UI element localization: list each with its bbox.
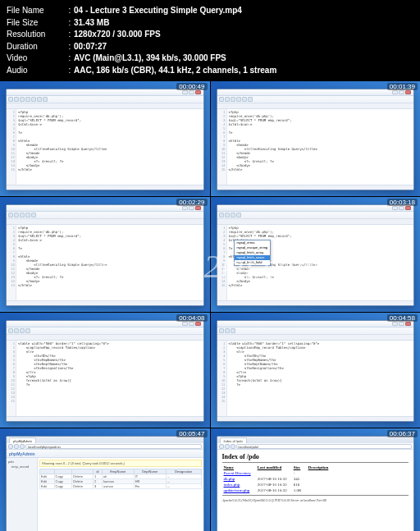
editor-toolbar: [7, 212, 203, 219]
editor-tabs[interactable]: [7, 103, 203, 109]
toolbar-icon[interactable]: [8, 97, 13, 102]
audio-label: Audio: [7, 65, 66, 77]
maximize-icon[interactable]: [399, 322, 404, 326]
maximize-icon[interactable]: [189, 90, 194, 94]
toolbar-icon[interactable]: [31, 97, 36, 102]
forward-icon[interactable]: [225, 444, 230, 449]
toolbar-icon[interactable]: [31, 213, 36, 217]
toolbar-icon[interactable]: [8, 328, 13, 333]
reload-icon[interactable]: [20, 444, 25, 449]
list-item[interactable]: index.php2017-08-10 10:32616: [224, 483, 334, 487]
editor-window: 123456789101112131415 <?php require_once…: [6, 89, 204, 190]
toolbar-icon[interactable]: [225, 328, 230, 333]
toolbar-icon[interactable]: [219, 213, 224, 217]
editor-window: 123456789101112131415 <?php require_once…: [217, 89, 415, 190]
list-item[interactable]: db.php2017-08-10 10:32345: [224, 477, 334, 481]
code-area[interactable]: <table width="500" border="1" cellspacin…: [227, 341, 414, 416]
maximize-icon[interactable]: [189, 206, 194, 210]
back-icon[interactable]: [219, 444, 224, 449]
toolbar-icon[interactable]: [225, 97, 230, 102]
timestamp-badge: 00:04:58: [387, 314, 418, 322]
code-area[interactable]: <?php require_once('db.php'); $sql="SELE…: [16, 225, 203, 300]
reload-icon[interactable]: [231, 444, 235, 449]
toolbar-icon[interactable]: [20, 213, 25, 217]
toolbar-icon[interactable]: [25, 213, 30, 217]
toolbar-icon[interactable]: [8, 213, 13, 217]
editor-tabs[interactable]: [7, 335, 203, 341]
maximize-icon[interactable]: [399, 206, 404, 210]
editor-tabs[interactable]: [217, 103, 414, 109]
toolbar-icon[interactable]: [14, 213, 19, 217]
browser-tabbar: Index of /pdo: [217, 437, 414, 443]
close-icon[interactable]: [195, 206, 201, 210]
close-icon[interactable]: [195, 322, 201, 326]
thumbnail[interactable]: 00:01:39 123456789101112131415 <?php req…: [211, 81, 421, 196]
code-area[interactable]: <table width="500" border="1" cellspacin…: [16, 341, 203, 416]
editor-tabs[interactable]: [217, 335, 414, 341]
db-tree-item[interactable]: emp_record: [8, 465, 35, 469]
thumbnail[interactable]: 00:02:29 123456789101112131415 <?php req…: [0, 197, 210, 312]
browser-tab[interactable]: phpMyAdmin: [9, 437, 36, 443]
toolbar-icon[interactable]: [43, 97, 48, 102]
filesize-value: 31.43 MB: [74, 17, 413, 30]
video-label: Video: [7, 53, 66, 65]
thumbnail[interactable]: 00:05:47 phpMyAdmin localhost/phpmyadmin…: [0, 428, 210, 531]
toolbar-icon[interactable]: [248, 97, 253, 102]
minimize-icon[interactable]: [182, 322, 188, 326]
list-item[interactable]: updateform.php2017-08-10 10:321.0K: [224, 488, 334, 492]
close-icon[interactable]: [405, 206, 411, 210]
minimize-icon[interactable]: [392, 206, 398, 210]
video-value: AVC (Main@L3.1), 394 kb/s, 30.000 FPS: [74, 53, 413, 65]
close-icon[interactable]: [195, 90, 201, 94]
toolbar-icon[interactable]: [14, 328, 19, 333]
line-gutter: 123456789101112131415: [7, 341, 16, 416]
browser-window: Index of /pdo localhost/pdo/ Index of /p…: [217, 436, 415, 531]
url-input[interactable]: localhost/pdo/: [236, 444, 413, 449]
thumbnail[interactable]: 00:04:08 123456789101112131415 <table wi…: [0, 313, 210, 428]
back-icon[interactable]: [8, 444, 13, 449]
list-item[interactable]: Parent Directory-: [224, 471, 334, 475]
pma-sidebar[interactable]: pdo emp_record: [7, 458, 38, 531]
toolbar-icon[interactable]: [231, 97, 235, 102]
maximize-icon[interactable]: [189, 322, 194, 326]
toolbar-icon[interactable]: [20, 97, 25, 102]
thumbnail[interactable]: 00:06:37 Index of /pdo localhost/pdo/ In…: [211, 428, 421, 531]
filename-value: 04 - Lecture 3 Executing Simple Query.mp…: [74, 5, 413, 17]
close-icon[interactable]: [405, 90, 411, 94]
url-input[interactable]: localhost/phpmyadmin: [25, 444, 202, 449]
thumbnail[interactable]: 00:03:18 123456789101112131415 <?php req…: [211, 197, 421, 312]
browser-tab[interactable]: Index of /pdo: [220, 437, 247, 443]
toolbar-icon[interactable]: [219, 97, 224, 102]
toolbar-icon[interactable]: [37, 97, 42, 102]
code-area[interactable]: <?php require_once('db.php'); $sql="SELE…: [16, 109, 203, 185]
close-icon[interactable]: [405, 322, 411, 326]
toolbar-icon[interactable]: [236, 97, 241, 102]
thumbnail[interactable]: 00:00:49 123456789101112131415 <?php req…: [0, 81, 210, 196]
minimize-icon[interactable]: [392, 322, 398, 326]
maximize-icon[interactable]: [399, 90, 404, 94]
autocomplete-popup[interactable]: mysql_errnomysql_escape_stringmysql_fetc…: [234, 240, 272, 266]
toolbar-icon[interactable]: [25, 97, 30, 102]
minimize-icon[interactable]: [182, 206, 188, 210]
toolbar-icon[interactable]: [14, 97, 19, 102]
toolbar-icon[interactable]: [20, 328, 25, 333]
thumbnail[interactable]: 00:04:58 123456789101112131415 <table wi…: [211, 313, 421, 428]
code-area[interactable]: <?php require_once('db.php'); $sql="SELE…: [227, 109, 414, 185]
toolbar-icon[interactable]: [236, 213, 241, 217]
autocomplete-option[interactable]: mysql_fetch_field: [235, 260, 271, 265]
toolbar-icon[interactable]: [219, 328, 224, 333]
editor-tabs[interactable]: [217, 219, 414, 225]
browser-content: phpMyAdmin pdo emp_record Showing rows 0…: [7, 450, 203, 531]
toolbar-icon[interactable]: [25, 328, 30, 333]
forward-icon[interactable]: [14, 444, 19, 449]
table-row[interactable]: EditCopyDelete3usmanFin...: [40, 484, 202, 489]
media-info-panel: File Name:04 - Lecture 3 Executing Simpl…: [0, 0, 420, 81]
toolbar-icon[interactable]: [231, 328, 235, 333]
toolbar-icon[interactable]: [225, 213, 230, 217]
editor-tabs[interactable]: [7, 219, 203, 225]
toolbar-icon[interactable]: [242, 97, 247, 102]
minimize-icon[interactable]: [392, 90, 398, 94]
toolbar-icon[interactable]: [231, 213, 235, 217]
minimize-icon[interactable]: [182, 90, 188, 94]
pma-data-table: idEmpNameDeptNameDesignationEditCopyDele…: [39, 469, 202, 489]
